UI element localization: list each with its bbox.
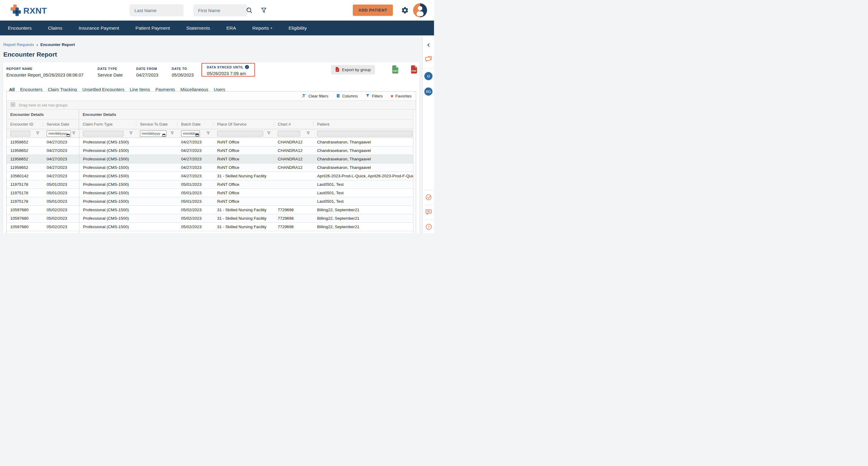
advanced-search-button[interactable]	[259, 6, 268, 15]
sidebar-divider	[424, 190, 433, 190]
user-avatar[interactable]	[413, 3, 427, 17]
table-row[interactable]: 1195865204/27/2023Professional (CMS-1500…	[7, 146, 413, 155]
favorites-button[interactable]: ♥Favorites	[391, 94, 411, 98]
table-row[interactable]: 1195865204/27/2023Professional (CMS-1500…	[7, 163, 413, 172]
sidebar-divider	[424, 68, 433, 68]
col-header-claim_form_type[interactable]: Claim Form Type	[79, 120, 136, 129]
sidebar-collapse-button[interactable]	[423, 41, 434, 49]
nav-item-label: Statements	[186, 25, 210, 31]
claim_form_type-filter-input[interactable]	[83, 131, 124, 136]
col-header-label: Chart #	[278, 122, 291, 127]
export-pdf-button[interactable]: PDF	[410, 65, 417, 74]
place_of_service-filter-input[interactable]	[217, 131, 263, 136]
table-row[interactable]: 1059768005/02/2023Professional (CMS-1500…	[7, 214, 413, 223]
info-icon[interactable]: i	[245, 65, 249, 69]
nav-item-patient-payment[interactable]: Patient Payment	[135, 25, 170, 31]
search-button[interactable]	[245, 6, 254, 15]
rxnt-logo[interactable]: RXNT	[10, 4, 47, 18]
sidebar-help-button[interactable]: ?	[423, 223, 434, 231]
settings-button[interactable]	[400, 6, 409, 15]
page-title: Encounter Report	[3, 51, 57, 58]
funnel-icon	[206, 131, 210, 136]
check-circle-icon	[425, 194, 432, 202]
table-row[interactable]: 1059768005/02/2023Professional (CMS-1500…	[7, 206, 413, 214]
cell-patient: Billing22, September21	[313, 206, 413, 214]
col-header-patient[interactable]: Patient	[313, 120, 413, 129]
cell-service_to_date	[136, 172, 178, 180]
cell-batch_date: 04/27/2023	[178, 163, 214, 172]
cell-batch_date: 04/27/2023	[178, 146, 214, 155]
encounter_id-filter-input[interactable]	[10, 131, 30, 136]
first-name-input[interactable]	[193, 4, 247, 16]
chart_no-filter-input[interactable]	[278, 131, 300, 136]
row-group-hint: Drag here to set row groups	[19, 103, 67, 107]
sidebar-avatar-i3[interactable]: I3	[424, 72, 433, 80]
nav-item-claims[interactable]: Claims	[48, 25, 62, 31]
table-row[interactable]: 1197517805/01/2023Professional (CMS-1500…	[7, 197, 413, 206]
nav-item-insurance-payment[interactable]: Insurance Payment	[79, 25, 119, 31]
col-header-service_date[interactable]: Service Date	[43, 120, 79, 129]
cell-encounter_id: 11975178	[7, 197, 43, 205]
sidebar-avatar-rg[interactable]: RG	[424, 88, 433, 96]
batch_date-filter-menu-button[interactable]	[205, 131, 211, 136]
col-header-service_to_date[interactable]: Service To Date	[136, 120, 178, 129]
row-group-drop-zone[interactable]: Drag here to set row groups	[7, 100, 416, 109]
cell-place_of_service: RxNT Office	[214, 138, 274, 146]
sidebar-feedback-button[interactable]	[423, 208, 434, 217]
nav-item-era[interactable]: ERA	[226, 25, 236, 31]
export-by-group-button[interactable]: P Export by group	[331, 65, 375, 74]
cell-patient: Chandrasekaron, Thangaavel	[313, 146, 413, 155]
collapse-chevron-icon	[426, 43, 431, 48]
col-header-batch_date[interactable]: Batch Date	[178, 120, 214, 129]
service_date-filter-menu-button[interactable]	[71, 131, 76, 136]
nav-item-label: Eligibility	[289, 25, 307, 31]
cell-service_to_date	[136, 189, 178, 197]
service_to_date-filter-menu-button[interactable]	[169, 131, 175, 136]
cell-patient: Chandrasekaron, Thangaavel	[313, 155, 413, 163]
cell-batch_date: 05/02/2023	[178, 206, 214, 214]
col-header-chart_no[interactable]: Chart #	[274, 120, 313, 129]
last-name-input[interactable]	[130, 4, 184, 16]
sidebar-tasks-button[interactable]	[423, 194, 434, 202]
filters-button[interactable]: Filters	[366, 94, 382, 99]
table-row[interactable]: 1195865204/27/2023Professional (CMS-1500…	[7, 138, 413, 146]
export-csv-button[interactable]: CSV	[392, 65, 399, 74]
patient-filter-input[interactable]	[317, 131, 412, 136]
columns-button[interactable]: Columns	[336, 94, 358, 99]
field-report-name: REPORT NAME Encounter Report_05/26/2023 …	[6, 67, 84, 77]
table-row[interactable]: 1197517805/01/2023Professional (CMS-1500…	[7, 189, 413, 197]
add-patient-button[interactable]: ADD PATIENT	[353, 4, 393, 16]
nav-item-encounters[interactable]: Encounters	[8, 25, 31, 31]
table-row[interactable]: 1197517805/01/2023Professional (CMS-1500…	[7, 180, 413, 189]
column-group-encounter-details-1[interactable]: Encounter Details	[7, 109, 79, 119]
nav-item-reports[interactable]: Reports▾	[252, 25, 272, 31]
grid-vertical-scrollbar[interactable]	[413, 109, 416, 233]
chart_no-filter-menu-button[interactable]	[305, 131, 311, 136]
col-header-label: Batch Date	[181, 122, 200, 127]
chevron-right-icon: ›	[36, 42, 38, 47]
nav-item-eligibility[interactable]: Eligibility	[289, 25, 307, 31]
batch_date-date-filter	[181, 130, 200, 137]
filter-cell-place_of_service	[214, 129, 274, 138]
col-header-encounter_id[interactable]: Encounter ID	[7, 120, 43, 129]
claim_form_type-filter-menu-button[interactable]	[128, 131, 133, 136]
col-header-place_of_service[interactable]: Place Of Service	[214, 120, 274, 129]
breadcrumb-report-requests[interactable]: Report Requests	[3, 42, 34, 47]
place_of_service-filter-menu-button[interactable]	[266, 131, 271, 136]
table-row[interactable]	[7, 231, 413, 233]
cell-patient: Last0501, Test	[313, 189, 413, 197]
encounter_id-filter-menu-button[interactable]	[35, 131, 40, 136]
table-row[interactable]: 1195865204/27/2023Professional (CMS-1500…	[7, 155, 413, 163]
table-row[interactable]: 1059768005/02/2023Professional (CMS-1500…	[7, 223, 413, 231]
table-row[interactable]: 1056014204/27/2023Professional (CMS-1500…	[7, 172, 413, 180]
clear-filters-button[interactable]: Clear filters	[302, 94, 328, 99]
row-group-icon	[10, 102, 16, 108]
sidebar-chat-button[interactable]	[423, 55, 434, 63]
nav-item-statements[interactable]: Statements	[186, 25, 210, 31]
sidebar-divider	[424, 205, 433, 205]
cell-service_date: 04/27/2023	[43, 172, 79, 180]
column-group-encounter-details-2[interactable]: Encounter Details	[79, 109, 413, 119]
cell-place_of_service: RxNT Office	[214, 180, 274, 189]
funnel-icon	[36, 131, 40, 136]
table-body: 1195865204/27/2023Professional (CMS-1500…	[7, 138, 416, 233]
